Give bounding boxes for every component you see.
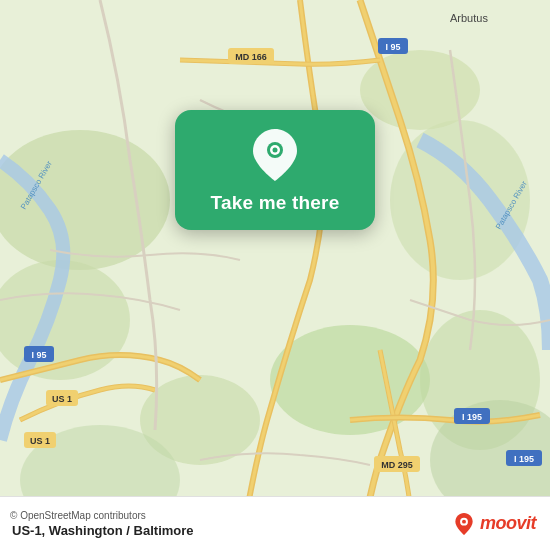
svg-text:MD 295: MD 295 <box>381 460 413 470</box>
pin-icon <box>248 128 302 182</box>
svg-text:I 195: I 195 <box>462 412 482 422</box>
svg-text:MD 166: MD 166 <box>235 52 267 62</box>
svg-text:Arbutus: Arbutus <box>450 12 488 24</box>
svg-text:US 1: US 1 <box>30 436 50 446</box>
svg-text:I 195: I 195 <box>514 454 534 464</box>
location-label: US-1, Washington / Baltimore <box>12 523 194 538</box>
svg-text:I 95: I 95 <box>385 42 400 52</box>
moovit-pin-icon <box>453 513 475 535</box>
take-me-there-button[interactable]: Take me there <box>211 192 340 214</box>
bottom-left-info: © OpenStreetMap contributors US-1, Washi… <box>10 510 194 538</box>
map-background: MD 166 I 95 US 1 I 95 US 1 US 1 MD 295 I… <box>0 0 550 550</box>
svg-text:US 1: US 1 <box>52 394 72 404</box>
attribution-text: © OpenStreetMap contributors <box>10 510 194 521</box>
svg-point-33 <box>273 148 278 153</box>
bottom-bar: © OpenStreetMap contributors US-1, Washi… <box>0 496 550 550</box>
location-card[interactable]: Take me there <box>175 110 375 230</box>
map-container: MD 166 I 95 US 1 I 95 US 1 US 1 MD 295 I… <box>0 0 550 550</box>
moovit-logo: moovit <box>453 513 536 535</box>
svg-point-35 <box>462 519 466 523</box>
svg-text:I 95: I 95 <box>31 350 46 360</box>
moovit-brand-text: moovit <box>480 513 536 534</box>
